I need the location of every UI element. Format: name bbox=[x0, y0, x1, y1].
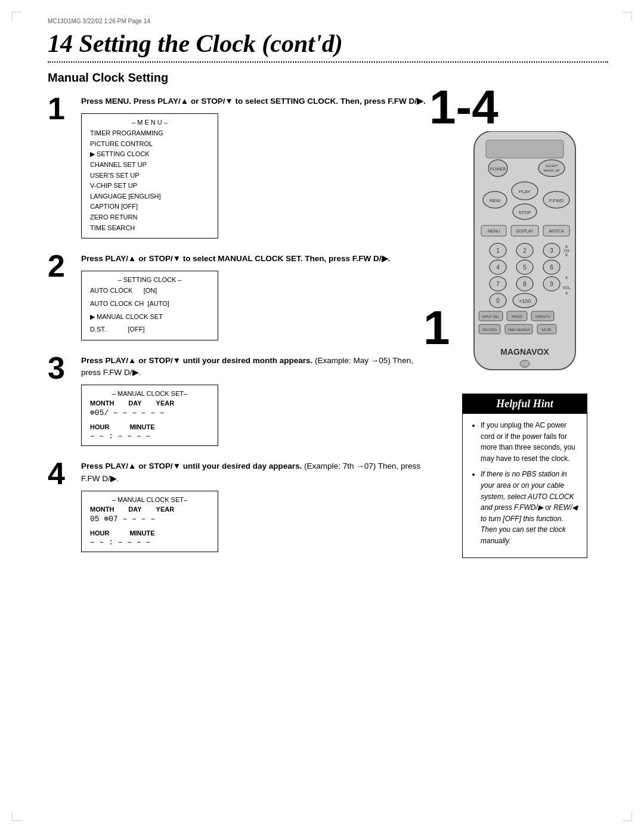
menu-item-setting-clock: SETTING CLOCK bbox=[90, 149, 209, 160]
helpful-hint-body: If you unplug the AC power cord or if th… bbox=[463, 414, 587, 558]
svg-text:2: 2 bbox=[523, 247, 527, 254]
helpful-hint-list: If you unplug the AC power cord or if th… bbox=[471, 420, 578, 547]
step-2-instruction: Press PLAY/▲ or STOP/▼ to select MANUAL … bbox=[81, 253, 429, 265]
page-title: 14 Setting the Clock (cont'd) bbox=[48, 29, 608, 58]
step-1-content: Press MENU. Press PLAY/▲ or STOP/▼ to se… bbox=[81, 95, 429, 239]
left-column: 1 Press MENU. Press PLAY/▲ or STOP/▼ to … bbox=[48, 95, 429, 566]
step-1-number: 1 bbox=[48, 93, 72, 239]
menu-item-picture: PICTURE CONTROL bbox=[90, 139, 209, 150]
svg-text:0: 0 bbox=[496, 298, 500, 304]
svg-text:POWER: POWER bbox=[490, 167, 506, 171]
menu-item-dst: D.ST. [OFF] bbox=[90, 324, 209, 335]
svg-text:MAGNAVOX: MAGNAVOX bbox=[500, 347, 549, 357]
step-4-minute-label: MINUTE bbox=[129, 529, 154, 537]
step-4-month-label: MONTH bbox=[90, 506, 114, 513]
step-1-instruction: Press MENU. Press PLAY/▲ or STOP/▼ to se… bbox=[81, 95, 429, 107]
title-divider bbox=[48, 61, 608, 63]
main-layout: 1 Press MENU. Press PLAY/▲ or STOP/▼ to … bbox=[48, 95, 608, 566]
step-3-instruction: Press PLAY/▲ or STOP/▼ until your desire… bbox=[81, 355, 429, 379]
menu-item-language: LANGUAGE [ENGLISH] bbox=[90, 191, 209, 202]
step-4-year-val: – – – – bbox=[123, 515, 156, 524]
step-3-year-label: YEAR bbox=[156, 400, 175, 407]
corner-mark-bl bbox=[12, 812, 21, 821]
step-1-menu-title: – M E N U – bbox=[90, 119, 209, 126]
svg-text:WAKE UP: WAKE UP bbox=[543, 169, 559, 172]
svg-text:RECORD: RECORD bbox=[482, 328, 497, 332]
step-3-clock-headers: MONTH DAY YEAR bbox=[90, 400, 209, 407]
step-4-time-values: – – : – – – – bbox=[90, 538, 209, 547]
step-3-day-val: – – bbox=[113, 408, 132, 417]
right-column: 1-4 POWER SLEEP/ WAKE UP bbox=[441, 95, 608, 566]
step-3-bold: Press PLAY/▲ or STOP/▼ until your desire… bbox=[81, 356, 312, 365]
svg-text:F.FWD: F.FWD bbox=[549, 198, 564, 203]
step-4-bold: Press PLAY/▲ or STOP/▼ until your desire… bbox=[81, 462, 302, 470]
step-4-clock-box: – MANUAL CLOCK SET– MONTH DAY YEAR 05 ⊚0… bbox=[81, 491, 218, 552]
svg-point-62 bbox=[520, 360, 530, 367]
svg-text:9: 9 bbox=[550, 281, 553, 287]
step-3-time-values: – – : – – – – bbox=[90, 432, 209, 441]
step-3-clock-box: – MANUAL CLOCK SET– MONTH DAY YEAR ⊚05/ … bbox=[81, 385, 218, 446]
svg-text:DISPLAY: DISPLAY bbox=[516, 229, 533, 233]
svg-text:VOL: VOL bbox=[562, 286, 570, 290]
remote-badge-14: 1-4 bbox=[429, 83, 499, 131]
page-container: MC13D1MG 3/22/02 1:26 PM Page 14 14 Sett… bbox=[0, 0, 644, 833]
step-3-clock-title: – MANUAL CLOCK SET– bbox=[90, 390, 209, 397]
step-4-date-values: 05 ⊚07 – – – – bbox=[90, 514, 209, 524]
page-title-text: Setting the Clock (cont'd) bbox=[79, 30, 343, 57]
step-1: 1 Press MENU. Press PLAY/▲ or STOP/▼ to … bbox=[48, 95, 429, 239]
svg-text:REW: REW bbox=[490, 198, 501, 203]
page-number: 14 bbox=[48, 30, 73, 57]
svg-rect-1 bbox=[486, 140, 564, 158]
step-3-minute-label: MINUTE bbox=[129, 423, 154, 431]
menu-item-users-set: USER'S SET UP bbox=[90, 171, 209, 181]
helpful-hint-box: Helpful Hint If you unplug the AC power … bbox=[462, 394, 587, 558]
menu-item-manual-clock-set: MANUAL CLOCK SET bbox=[90, 312, 209, 323]
remote-svg: POWER SLEEP/ WAKE UP REW PLAY bbox=[462, 131, 587, 382]
helpful-hint-item-2: If there is no PBS station in your area … bbox=[481, 469, 578, 546]
step-3-day-label: DAY bbox=[128, 400, 141, 407]
svg-text:6: 6 bbox=[550, 264, 553, 271]
svg-text:ANT/CA: ANT/CA bbox=[549, 229, 564, 233]
helpful-hint-item-2-text: If there is no PBS station in your area … bbox=[481, 470, 577, 545]
svg-text:∧: ∧ bbox=[565, 275, 568, 280]
step-3-content: Press PLAY/▲ or STOP/▼ until your desire… bbox=[81, 355, 429, 447]
menu-item-caption: CAPTION [OFF] bbox=[90, 202, 209, 212]
svg-text:1: 1 bbox=[496, 247, 500, 254]
step-4-number: 4 bbox=[48, 458, 72, 552]
step-4-hour-label: HOUR bbox=[90, 529, 109, 537]
step-3-month-label: MONTH bbox=[90, 400, 114, 407]
step-2-menu-box: – SETTING CLOCK – AUTO CLOCK [ON] AUTO C… bbox=[81, 271, 218, 340]
step-4-instruction: Press PLAY/▲ or STOP/▼ until your desire… bbox=[81, 460, 429, 485]
step-4-day-val: ⊚07 bbox=[104, 515, 122, 524]
step-4-clock-headers: MONTH DAY YEAR bbox=[90, 506, 209, 513]
step-3-time-headers: HOUR MINUTE bbox=[90, 423, 209, 431]
svg-text:INPUT SEL: INPUT SEL bbox=[482, 315, 499, 318]
corner-mark-br bbox=[623, 812, 632, 821]
step-2-menu-title: – SETTING CLOCK – bbox=[90, 276, 209, 283]
corner-mark-tr bbox=[623, 12, 632, 21]
menu-item-zero-return: ZERO RETURN bbox=[90, 212, 209, 223]
svg-text:TIME SEARCH: TIME SEARCH bbox=[507, 328, 530, 332]
step-2: 2 Press PLAY/▲ or STOP/▼ to select MANUA… bbox=[48, 253, 429, 340]
step-3-year-val: – – – – bbox=[132, 408, 165, 417]
step-2-content: Press PLAY/▲ or STOP/▼ to select MANUAL … bbox=[81, 253, 429, 340]
step-1-menu-box: – M E N U – TIMER PROGRAMMING PICTURE CO… bbox=[81, 113, 218, 239]
svg-text:STOP: STOP bbox=[518, 210, 531, 215]
step-4-clock-title: – MANUAL CLOCK SET– bbox=[90, 496, 209, 503]
step-4-content: Press PLAY/▲ or STOP/▼ until your desire… bbox=[81, 460, 429, 552]
svg-text:SPEED: SPEED bbox=[512, 315, 523, 318]
svg-text:MUTE: MUTE bbox=[542, 328, 552, 332]
svg-text:+100: +100 bbox=[519, 298, 531, 304]
svg-text:∨: ∨ bbox=[565, 252, 568, 258]
step-4-year-label: YEAR bbox=[156, 506, 175, 513]
step-3-hour-label: HOUR bbox=[90, 423, 109, 431]
svg-text:4: 4 bbox=[496, 264, 500, 271]
section-title: Manual Clock Setting bbox=[48, 71, 608, 85]
svg-text:8: 8 bbox=[523, 281, 527, 287]
svg-text:∨: ∨ bbox=[565, 290, 568, 296]
step-3: 3 Press PLAY/▲ or STOP/▼ until your desi… bbox=[48, 355, 429, 447]
menu-item-channel-set: CHANNEL SET UP bbox=[90, 160, 209, 171]
step-4-time-headers: HOUR MINUTE bbox=[90, 529, 209, 537]
step-4: 4 Press PLAY/▲ or STOP/▼ until your desi… bbox=[48, 460, 429, 552]
svg-text:VIDEO/TV: VIDEO/TV bbox=[535, 315, 550, 318]
